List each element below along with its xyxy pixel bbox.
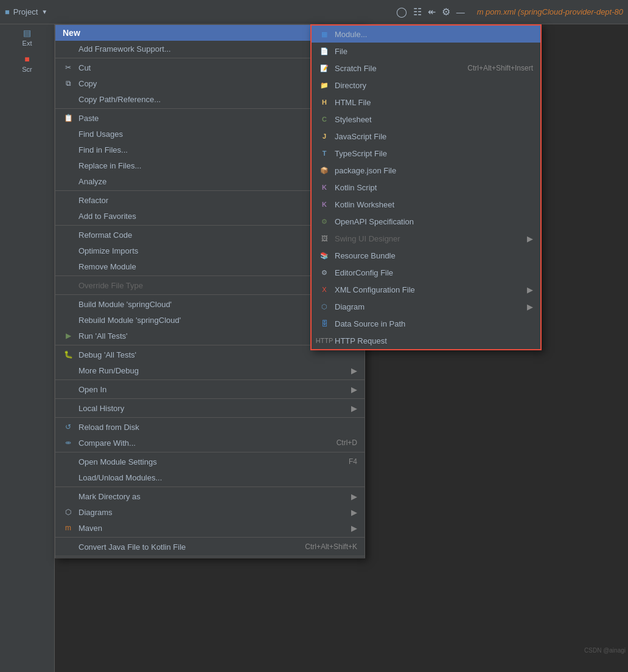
submenu-item-typescript-file[interactable]: T TypeScript File (312, 145, 540, 162)
label-find-in-files: Find in Files... (78, 145, 306, 154)
label-cut: Cut (78, 63, 324, 72)
menu-separator-20 (55, 398, 365, 399)
sub-icon-javascript-file: J (319, 131, 330, 142)
label-analyze: Analyze (78, 177, 346, 186)
label-maven: Maven (78, 524, 346, 533)
label-rebuild-module: Rebuild Module 'springCloud' (78, 316, 302, 325)
sub-arrow-xml-config: ▶ (527, 285, 533, 294)
project-label[interactable]: ■ Project ▼ (5, 7, 47, 16)
ext-label: Ext (23, 40, 32, 47)
menu-item-mark-directory-as[interactable]: Mark Directory as ▶ (55, 488, 365, 504)
sidebar-item-ext[interactable]: ▤ Ext (0, 24, 54, 50)
submenu-item-data-source[interactable]: 🗄 Data Source in Path (312, 315, 540, 332)
sub-label-stylesheet: Stylesheet (335, 115, 533, 124)
ext-icon: ▤ (23, 28, 31, 38)
menu-item-compare-with[interactable]: ⤄ Compare With... Ctrl+D (55, 435, 365, 451)
submenu: ▦ Module... 📄 File 📝 Scratch File Ctrl+A… (310, 24, 542, 350)
sub-label-editorconfig: EditorConfig File (335, 268, 533, 277)
icon-add-framework (63, 43, 74, 54)
submenu-item-diagram[interactable]: ⬡ Diagram ▶ (312, 298, 540, 315)
scr-icon: ■ (24, 54, 29, 64)
menu-separator-29 (55, 556, 365, 556)
submenu-item-kotlin-worksheet[interactable]: K Kotlin Worksheet (312, 196, 540, 213)
submenu-item-html-file[interactable]: H HTML File (312, 94, 540, 111)
menu-item-reload-from-disk[interactable]: ↺ Reload from Disk (55, 419, 365, 435)
sub-label-openapi: OpenAPI Specification (335, 217, 533, 226)
arrow-diagrams: ▶ (351, 508, 357, 517)
submenu-item-resource-bundle[interactable]: 📚 Resource Bundle (312, 247, 540, 264)
label-remove-module: Remove Module (78, 262, 324, 271)
menu-separator-25 (55, 487, 365, 487)
submenu-item-openapi[interactable]: ⚙ OpenAPI Specification (312, 213, 540, 230)
label-run-all-tests: Run 'All Tests' (78, 331, 298, 341)
submenu-item-editorconfig[interactable]: ⚙ EditorConfig File (312, 264, 540, 281)
submenu-item-module[interactable]: ▦ Module... (312, 26, 540, 43)
sub-icon-html-file: H (319, 97, 330, 108)
sub-icon-openapi: ⚙ (319, 216, 330, 227)
menu-item-load-unload-modules[interactable]: Load/Unload Modules... (55, 469, 365, 485)
submenu-item-file[interactable]: 📄 File (312, 43, 540, 60)
icon-open-in (63, 384, 74, 395)
menu-separator-21 (55, 417, 365, 418)
sub-icon-resource-bundle: 📚 (319, 250, 330, 261)
menu-item-more-run-debug[interactable]: More Run/Debug ▶ (55, 362, 365, 378)
globe-icon[interactable]: ◯ (396, 6, 407, 18)
sub-icon-editorconfig: ⚙ (319, 267, 330, 278)
sub-icon-file: 📄 (319, 46, 330, 57)
icon-remove-module (63, 261, 74, 272)
sub-icon-directory: 📁 (319, 80, 330, 91)
sub-label-kotlin-script: Kotlin Script (335, 183, 533, 192)
submenu-item-scratch-file[interactable]: 📝 Scratch File Ctrl+Alt+Shift+Insert (312, 60, 540, 77)
submenu-item-http-request[interactable]: HTTP HTTP Request (312, 332, 540, 349)
arrow-maven: ▶ (351, 524, 357, 533)
arrow-local-history: ▶ (351, 404, 357, 413)
icon-build-module (63, 299, 74, 310)
icon-maven: m (63, 522, 74, 533)
submenu-item-stylesheet[interactable]: C Stylesheet (312, 111, 540, 128)
sub-label-diagram: Diagram (335, 302, 522, 311)
menu-item-open-module-settings[interactable]: Open Module Settings F4 (55, 454, 365, 469)
sub-icon-kotlin-worksheet: K (319, 199, 330, 210)
label-refactor: Refactor (78, 196, 346, 205)
sub-label-http-request: HTTP Request (335, 336, 533, 345)
sidebar-item-scr[interactable]: ■ Scr (0, 50, 54, 77)
icon-reformat-code (63, 229, 74, 240)
dropdown-arrow-icon[interactable]: ▼ (41, 9, 47, 15)
label-paste: Paste (78, 114, 324, 123)
menu-item-maven[interactable]: m Maven ▶ (55, 520, 365, 536)
label-open-module-settings: Open Module Settings (78, 457, 337, 466)
icon-load-unload-modules (63, 472, 74, 483)
submenu-item-directory[interactable]: 📁 Directory (312, 77, 540, 94)
submenu-item-xml-config[interactable]: X XML Configuration File ▶ (312, 281, 540, 298)
shortcut-convert-java: Ctrl+Alt+Shift+K (305, 542, 357, 551)
menu-item-open-in[interactable]: Open In ▶ (55, 381, 365, 397)
icon-copy: ⧉ (63, 78, 74, 89)
icon-replace-in-files (63, 160, 74, 171)
sub-label-javascript-file: JavaScript File (335, 132, 533, 141)
submenu-item-javascript-file[interactable]: J JavaScript File (312, 128, 540, 145)
arrow-mark-directory-as: ▶ (351, 492, 357, 501)
collapse-icon[interactable]: ↞ (428, 6, 436, 18)
folder-icon: ■ (5, 7, 10, 16)
label-optimize-imports: Optimize Imports (78, 246, 311, 255)
submenu-item-package-json[interactable]: 📦 package.json File (312, 162, 540, 179)
icon-run-all-tests: ▶ (63, 330, 74, 341)
sub-icon-swing-ui: 🖼 (319, 233, 330, 244)
sub-label-kotlin-worksheet: Kotlin Worksheet (335, 200, 533, 209)
sub-arrow-swing-ui: ▶ (527, 234, 533, 243)
menu-item-diagrams[interactable]: ⬡ Diagrams ▶ (55, 504, 365, 520)
icon-paste: 📋 (63, 113, 74, 123)
icon-find-in-files (63, 144, 74, 155)
sub-label-typescript-file: TypeScript File (335, 149, 533, 158)
submenu-item-kotlin-script[interactable]: K Kotlin Script (312, 179, 540, 196)
watermark: CSDN @ainagi (584, 647, 626, 654)
label-diagrams: Diagrams (78, 508, 346, 517)
menu-new-label: New (63, 28, 346, 38)
sub-icon-scratch-file: 📝 (319, 63, 330, 74)
list-icon[interactable]: ☷ (413, 6, 422, 18)
menu-item-convert-java[interactable]: Convert Java File to Kotlin File Ctrl+Al… (55, 539, 365, 555)
minimize-icon[interactable]: — (456, 7, 465, 17)
menu-item-local-history[interactable]: Local History ▶ (55, 400, 365, 416)
settings-icon[interactable]: ⚙ (442, 6, 450, 18)
sub-label-file: File (335, 47, 533, 56)
